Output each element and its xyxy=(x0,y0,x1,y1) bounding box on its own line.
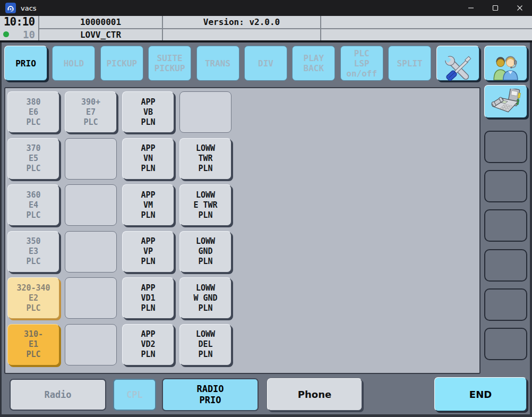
cpl-button[interactable]: CPL xyxy=(113,379,156,411)
da-key-320-340-e2-plc[interactable]: 320-340 E2 PLC xyxy=(7,277,59,319)
empty-slot-button xyxy=(484,328,527,360)
da-key-loww-w-gnd-pln[interactable]: LOWW W GND PLN xyxy=(179,277,231,319)
div-button[interactable]: DIV xyxy=(244,46,287,81)
da-key-loww-e-twr-pln[interactable]: LOWW E TWR PLN xyxy=(179,184,231,226)
spare-cell xyxy=(321,16,532,40)
da-key-loww-gnd-pln[interactable]: LOWW GND PLN xyxy=(179,231,231,273)
playback-button[interactable]: PLAY BACK xyxy=(292,46,335,81)
prio-button[interactable]: PRIO xyxy=(4,46,47,81)
da-key-app-vd1-pln[interactable]: APP VD1 PLN xyxy=(122,277,174,319)
end-button[interactable]: END xyxy=(434,377,527,411)
minimize-button[interactable] xyxy=(459,0,483,16)
trans-button[interactable]: TRANS xyxy=(196,46,239,81)
right-empty-slot-column xyxy=(484,131,527,367)
da-key-app-vd2-pln[interactable]: APP VD2 PLN xyxy=(122,324,174,365)
close-icon xyxy=(517,5,523,11)
split-button[interactable]: SPLIT xyxy=(388,46,431,81)
da-key-350-e3-plc[interactable]: 350 E3 PLC xyxy=(7,231,59,273)
function-toolbar: PRIO HOLD PICKUP SUITE PICKUP TRANS DIV … xyxy=(4,46,527,81)
phone-directory-button[interactable] xyxy=(484,85,527,118)
connection-count: 10 xyxy=(23,29,35,40)
vacs-window: vacs 10:10 10 10000001 LOVV_CTR xyxy=(0,0,532,417)
da-key-370-e5-plc[interactable]: 370 E5 PLC xyxy=(7,138,59,180)
version-empty-row xyxy=(163,28,320,40)
version-label: Version: v2.0.0 xyxy=(163,16,320,28)
hold-button[interactable]: HOLD xyxy=(52,46,95,81)
window-controls xyxy=(459,0,532,16)
station-cell: 10000001 LOVV_CTR xyxy=(39,16,163,40)
time-cell: 10:10 10 xyxy=(0,16,39,40)
maximize-button[interactable] xyxy=(483,0,508,16)
empty-slot-button xyxy=(484,170,527,202)
da-key-app-vp-pln[interactable]: APP VP PLN xyxy=(122,231,174,273)
clock: 10:10 xyxy=(0,16,38,28)
empty-slot-button xyxy=(484,131,527,163)
direct-access-key-panel: 380 E6 PLC 390+ E7 PLC APP VB PLN 370 E5… xyxy=(4,87,480,374)
phone-mode-button[interactable]: Phone xyxy=(267,378,362,411)
maximize-icon xyxy=(492,5,499,11)
da-key-empty xyxy=(65,277,117,319)
empty-slot-button xyxy=(484,249,527,282)
phone-directory-icon xyxy=(491,89,521,115)
station-id: 10000001 xyxy=(39,16,162,28)
da-key-empty xyxy=(65,231,117,273)
roles-button[interactable] xyxy=(484,46,527,81)
radio-mode-button[interactable]: Radio xyxy=(10,379,106,411)
da-key-loww-del-pln[interactable]: LOWW DEL PLN xyxy=(179,324,231,365)
da-key-app-vb-pln[interactable]: APP VB PLN xyxy=(122,91,174,133)
users-icon xyxy=(491,45,520,82)
da-key-390-e7-plc[interactable]: 390+ E7 PLC xyxy=(65,91,117,133)
da-key-empty xyxy=(65,184,117,226)
da-key-360-e4-plc[interactable]: 360 E4 PLC xyxy=(7,184,59,226)
da-key-app-vn-pln[interactable]: APP VN PLN xyxy=(122,138,174,180)
empty-slot-button xyxy=(484,288,527,321)
da-key-310-e1-plc[interactable]: 310- E1 PLC xyxy=(7,324,59,365)
window-title: vacs xyxy=(21,4,37,12)
close-button[interactable] xyxy=(508,0,532,16)
da-key-loww-twr-pln[interactable]: LOWW TWR PLN xyxy=(179,138,231,180)
minimize-icon xyxy=(468,5,474,11)
da-key-empty xyxy=(65,324,117,365)
pickup-button[interactable]: PICKUP xyxy=(100,46,143,81)
version-cell: Version: v2.0.0 xyxy=(163,16,321,40)
tools-icon xyxy=(443,44,472,83)
radio-prio-button[interactable]: RADIO PRIO xyxy=(162,378,259,411)
plc-lsp-button[interactable]: PLC LSP on/off xyxy=(340,46,383,81)
settings-button[interactable] xyxy=(436,46,479,81)
connection-status-dot xyxy=(3,31,9,37)
status-header: 10:10 10 10000001 LOVV_CTR Version: v2.0… xyxy=(0,16,532,42)
titlebar: vacs xyxy=(0,0,532,16)
position-name: LOVV_CTR xyxy=(39,28,162,40)
da-key-empty xyxy=(179,91,231,133)
suite-pickup-button[interactable]: SUITE PICKUP xyxy=(148,46,191,81)
da-key-empty xyxy=(65,138,117,180)
da-key-380-e6-plc[interactable]: 380 E6 PLC xyxy=(7,91,59,133)
da-key-app-vm-pln[interactable]: APP VM PLN xyxy=(122,184,174,226)
empty-slot-button xyxy=(484,209,527,242)
headset-app-icon xyxy=(5,3,16,13)
